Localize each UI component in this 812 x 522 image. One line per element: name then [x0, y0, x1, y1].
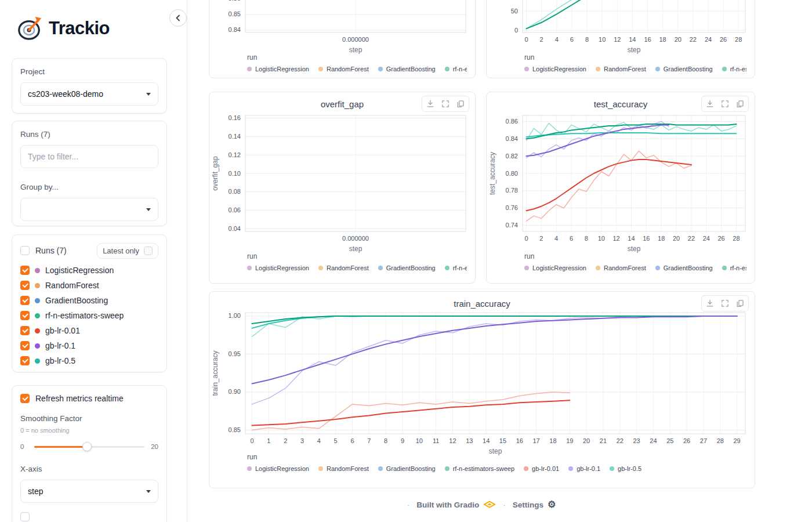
run-list: LogisticRegressionRandomForestGradientBo… — [20, 263, 158, 368]
svg-text:26: 26 — [718, 235, 725, 242]
xaxis-select[interactable]: step — [20, 480, 158, 503]
svg-text:0.84: 0.84 — [229, 26, 241, 33]
runs-count-label: Runs (7) — [20, 129, 158, 139]
latest-only-toggle[interactable]: Latest only — [97, 243, 158, 259]
svg-text:0.85: 0.85 — [229, 426, 241, 433]
legend-color-dot — [378, 266, 383, 270]
svg-text:26: 26 — [720, 36, 727, 43]
run-color-dot — [35, 268, 40, 273]
slider-max-label: 20 — [149, 443, 158, 450]
svg-text:27: 27 — [700, 437, 707, 444]
built-with-gradio-link[interactable]: Built with Gradio — [416, 501, 496, 509]
smoothing-slider[interactable] — [34, 442, 144, 451]
svg-text:0.82: 0.82 — [506, 153, 518, 160]
svg-text:overfit_gap: overfit_gap — [211, 156, 219, 191]
legend-color-dot — [247, 466, 252, 471]
legend-items: LogisticRegressionRandomForestGradientBo… — [524, 264, 746, 271]
run-checkbox[interactable] — [20, 356, 30, 365]
download-button[interactable] — [423, 97, 437, 110]
run-name: LogisticRegression — [45, 266, 114, 275]
svg-text:4: 4 — [555, 36, 559, 43]
run-checkbox[interactable] — [20, 326, 30, 335]
svg-text:23: 23 — [633, 437, 640, 444]
chart-title: train_accuracy — [209, 299, 755, 309]
slider-fill — [34, 446, 87, 448]
svg-text:0: 0 — [250, 437, 253, 444]
download-button[interactable] — [703, 97, 717, 110]
runs-filter-panel: Runs (7) Group by... — [12, 121, 167, 226]
group-by-select[interactable] — [20, 198, 158, 221]
legend-item: LogisticRegression — [247, 66, 309, 72]
svg-text:6: 6 — [350, 437, 354, 444]
legend-color-dot — [524, 266, 529, 270]
svg-text:28: 28 — [717, 437, 724, 444]
legend-items: LogisticRegressionRandomForestGradientBo… — [247, 66, 467, 72]
run-checkbox[interactable] — [20, 266, 30, 275]
svg-text:50: 50 — [511, 8, 518, 14]
download-button[interactable] — [703, 297, 717, 310]
run-name: gb-lr-0.1 — [45, 341, 75, 350]
svg-text:14: 14 — [628, 235, 635, 242]
svg-text:28: 28 — [733, 235, 740, 242]
project-select[interactable]: cs203-week08-demo — [20, 82, 158, 106]
run-name: GradientBoosting — [45, 296, 108, 305]
legend-title: run — [524, 252, 746, 260]
legend-color-dot — [445, 67, 449, 71]
svg-text:0.80: 0.80 — [506, 170, 518, 177]
chart-plot: 0.0000000.040.060.080.100.120.140.16step… — [209, 114, 475, 257]
run-filter-row: gb-lr-0.1 — [20, 338, 158, 353]
sidebar-collapse-button[interactable] — [169, 9, 187, 27]
legend-color-dot — [596, 266, 600, 270]
run-checkbox[interactable] — [20, 281, 30, 290]
group-by-label: Group by... — [20, 182, 158, 192]
copy-button[interactable] — [733, 297, 747, 310]
legend-item: gb-lr-0.5 — [610, 465, 641, 472]
svg-text:0.90: 0.90 — [229, 388, 241, 395]
run-color-dot — [35, 358, 40, 364]
svg-text:9: 9 — [401, 437, 404, 444]
settings-link[interactable]: Settings ⚙ — [513, 500, 556, 509]
clipped-checkbox[interactable] — [20, 512, 30, 521]
legend-item: RandomForest — [318, 264, 369, 271]
svg-text:12: 12 — [612, 235, 619, 242]
refresh-metrics-label: Refresh metrics realtime — [35, 394, 124, 403]
svg-text:8: 8 — [585, 36, 589, 43]
svg-text:18: 18 — [659, 36, 666, 43]
slider-min-label: 0 — [20, 443, 30, 450]
fullscreen-button[interactable] — [718, 297, 732, 310]
select-all-runs-checkbox[interactable] — [20, 246, 30, 255]
svg-text:20: 20 — [673, 235, 680, 242]
chart-legend: run LogisticRegressionRandomForestGradie… — [247, 252, 467, 271]
fullscreen-icon — [441, 100, 449, 108]
run-name: gb-lr-0.01 — [45, 326, 80, 335]
copy-button[interactable] — [454, 97, 467, 110]
svg-text:step: step — [628, 46, 641, 54]
legend-color-dot — [378, 466, 383, 471]
runs-filter-input[interactable] — [20, 145, 158, 168]
legend-items: LogisticRegressionRandomForestGradientBo… — [247, 264, 467, 271]
legend-item: RandomForest — [596, 264, 646, 271]
run-name: gb-lr-0.5 — [45, 356, 75, 365]
settings-label: Settings — [513, 501, 543, 509]
svg-text:18: 18 — [658, 235, 665, 242]
run-checkbox[interactable] — [20, 311, 30, 320]
run-filter-row: gb-lr-0.5 — [20, 353, 158, 368]
legend-color-dot — [318, 266, 323, 270]
run-checkbox[interactable] — [20, 341, 30, 350]
svg-text:0.000000: 0.000000 — [342, 36, 369, 43]
copy-button[interactable] — [733, 97, 747, 110]
svg-text:0: 0 — [524, 235, 528, 242]
refresh-metrics-checkbox[interactable] — [20, 394, 30, 403]
latest-only-checkbox[interactable] — [144, 246, 153, 255]
slider-knob[interactable] — [82, 442, 92, 451]
copy-icon — [736, 299, 744, 307]
legend-item: gb-lr-0.01 — [524, 465, 559, 472]
svg-text:10: 10 — [598, 235, 605, 242]
legend-color-dot — [524, 67, 529, 71]
legend-color-dot — [655, 266, 660, 270]
fullscreen-button[interactable] — [438, 97, 452, 110]
legend-item: RandomForest — [596, 66, 646, 72]
fullscreen-button[interactable] — [718, 97, 732, 110]
run-checkbox[interactable] — [20, 296, 30, 305]
xaxis-label: X-axis — [20, 464, 158, 474]
